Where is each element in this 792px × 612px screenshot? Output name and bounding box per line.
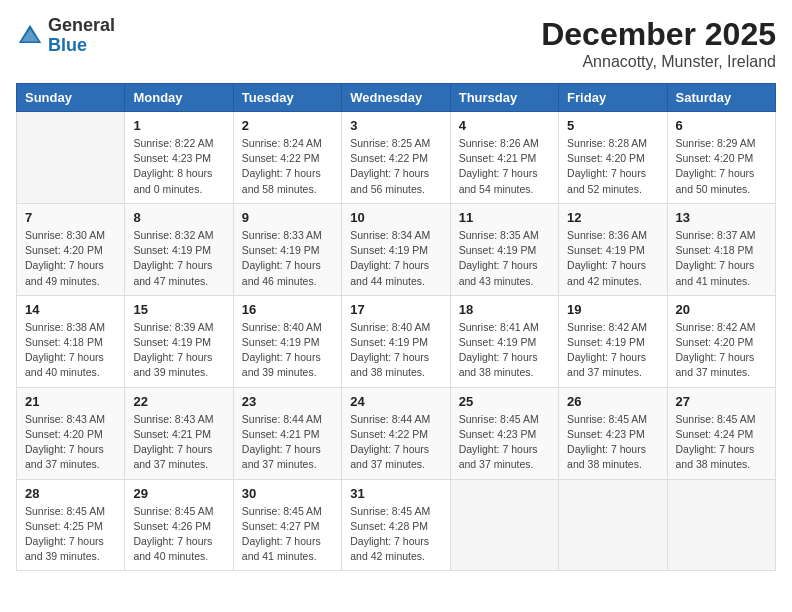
day-number: 29 xyxy=(133,486,224,501)
day-number: 24 xyxy=(350,394,441,409)
calendar-cell: 5Sunrise: 8:28 AMSunset: 4:20 PMDaylight… xyxy=(559,112,667,204)
calendar-cell: 16Sunrise: 8:40 AMSunset: 4:19 PMDayligh… xyxy=(233,295,341,387)
calendar-week-row: 7Sunrise: 8:30 AMSunset: 4:20 PMDaylight… xyxy=(17,203,776,295)
calendar-cell: 14Sunrise: 8:38 AMSunset: 4:18 PMDayligh… xyxy=(17,295,125,387)
page-header: General Blue December 2025 Annacotty, Mu… xyxy=(16,16,776,71)
day-info: Sunrise: 8:40 AMSunset: 4:19 PMDaylight:… xyxy=(242,320,333,381)
calendar-cell: 11Sunrise: 8:35 AMSunset: 4:19 PMDayligh… xyxy=(450,203,558,295)
calendar-cell xyxy=(667,479,775,571)
calendar-cell: 1Sunrise: 8:22 AMSunset: 4:23 PMDaylight… xyxy=(125,112,233,204)
day-info: Sunrise: 8:40 AMSunset: 4:19 PMDaylight:… xyxy=(350,320,441,381)
day-number: 7 xyxy=(25,210,116,225)
calendar-cell: 22Sunrise: 8:43 AMSunset: 4:21 PMDayligh… xyxy=(125,387,233,479)
day-number: 9 xyxy=(242,210,333,225)
day-info: Sunrise: 8:37 AMSunset: 4:18 PMDaylight:… xyxy=(676,228,767,289)
calendar-cell: 19Sunrise: 8:42 AMSunset: 4:19 PMDayligh… xyxy=(559,295,667,387)
page-title: December 2025 xyxy=(541,16,776,53)
day-number: 10 xyxy=(350,210,441,225)
day-info: Sunrise: 8:42 AMSunset: 4:19 PMDaylight:… xyxy=(567,320,658,381)
day-number: 20 xyxy=(676,302,767,317)
day-info: Sunrise: 8:45 AMSunset: 4:26 PMDaylight:… xyxy=(133,504,224,565)
calendar-cell: 10Sunrise: 8:34 AMSunset: 4:19 PMDayligh… xyxy=(342,203,450,295)
calendar-cell: 4Sunrise: 8:26 AMSunset: 4:21 PMDaylight… xyxy=(450,112,558,204)
weekday-header: Tuesday xyxy=(233,84,341,112)
day-info: Sunrise: 8:42 AMSunset: 4:20 PMDaylight:… xyxy=(676,320,767,381)
day-number: 27 xyxy=(676,394,767,409)
day-info: Sunrise: 8:45 AMSunset: 4:27 PMDaylight:… xyxy=(242,504,333,565)
calendar-cell: 31Sunrise: 8:45 AMSunset: 4:28 PMDayligh… xyxy=(342,479,450,571)
weekday-header: Sunday xyxy=(17,84,125,112)
day-info: Sunrise: 8:43 AMSunset: 4:21 PMDaylight:… xyxy=(133,412,224,473)
calendar-cell: 27Sunrise: 8:45 AMSunset: 4:24 PMDayligh… xyxy=(667,387,775,479)
day-info: Sunrise: 8:45 AMSunset: 4:28 PMDaylight:… xyxy=(350,504,441,565)
day-info: Sunrise: 8:39 AMSunset: 4:19 PMDaylight:… xyxy=(133,320,224,381)
day-info: Sunrise: 8:44 AMSunset: 4:21 PMDaylight:… xyxy=(242,412,333,473)
day-number: 28 xyxy=(25,486,116,501)
calendar-cell: 6Sunrise: 8:29 AMSunset: 4:20 PMDaylight… xyxy=(667,112,775,204)
day-info: Sunrise: 8:26 AMSunset: 4:21 PMDaylight:… xyxy=(459,136,550,197)
calendar-cell: 26Sunrise: 8:45 AMSunset: 4:23 PMDayligh… xyxy=(559,387,667,479)
day-number: 13 xyxy=(676,210,767,225)
day-number: 23 xyxy=(242,394,333,409)
weekday-header: Saturday xyxy=(667,84,775,112)
calendar-cell: 13Sunrise: 8:37 AMSunset: 4:18 PMDayligh… xyxy=(667,203,775,295)
day-info: Sunrise: 8:36 AMSunset: 4:19 PMDaylight:… xyxy=(567,228,658,289)
weekday-header: Friday xyxy=(559,84,667,112)
calendar-cell: 24Sunrise: 8:44 AMSunset: 4:22 PMDayligh… xyxy=(342,387,450,479)
day-info: Sunrise: 8:45 AMSunset: 4:23 PMDaylight:… xyxy=(459,412,550,473)
calendar-week-row: 1Sunrise: 8:22 AMSunset: 4:23 PMDaylight… xyxy=(17,112,776,204)
day-number: 19 xyxy=(567,302,658,317)
weekday-header: Wednesday xyxy=(342,84,450,112)
weekday-header: Thursday xyxy=(450,84,558,112)
day-info: Sunrise: 8:24 AMSunset: 4:22 PMDaylight:… xyxy=(242,136,333,197)
day-number: 17 xyxy=(350,302,441,317)
day-number: 15 xyxy=(133,302,224,317)
calendar-cell: 7Sunrise: 8:30 AMSunset: 4:20 PMDaylight… xyxy=(17,203,125,295)
day-number: 14 xyxy=(25,302,116,317)
calendar-cell xyxy=(17,112,125,204)
day-number: 1 xyxy=(133,118,224,133)
logo-general: General xyxy=(48,15,115,35)
calendar-cell: 20Sunrise: 8:42 AMSunset: 4:20 PMDayligh… xyxy=(667,295,775,387)
logo: General Blue xyxy=(16,16,115,56)
day-info: Sunrise: 8:44 AMSunset: 4:22 PMDaylight:… xyxy=(350,412,441,473)
day-info: Sunrise: 8:45 AMSunset: 4:25 PMDaylight:… xyxy=(25,504,116,565)
day-info: Sunrise: 8:43 AMSunset: 4:20 PMDaylight:… xyxy=(25,412,116,473)
calendar-cell: 3Sunrise: 8:25 AMSunset: 4:22 PMDaylight… xyxy=(342,112,450,204)
day-number: 22 xyxy=(133,394,224,409)
day-number: 18 xyxy=(459,302,550,317)
day-info: Sunrise: 8:38 AMSunset: 4:18 PMDaylight:… xyxy=(25,320,116,381)
day-number: 6 xyxy=(676,118,767,133)
day-number: 16 xyxy=(242,302,333,317)
calendar-cell: 28Sunrise: 8:45 AMSunset: 4:25 PMDayligh… xyxy=(17,479,125,571)
calendar-cell: 2Sunrise: 8:24 AMSunset: 4:22 PMDaylight… xyxy=(233,112,341,204)
calendar-cell: 17Sunrise: 8:40 AMSunset: 4:19 PMDayligh… xyxy=(342,295,450,387)
calendar-table: SundayMondayTuesdayWednesdayThursdayFrid… xyxy=(16,83,776,571)
day-number: 12 xyxy=(567,210,658,225)
calendar-cell xyxy=(559,479,667,571)
calendar-header-row: SundayMondayTuesdayWednesdayThursdayFrid… xyxy=(17,84,776,112)
day-number: 30 xyxy=(242,486,333,501)
day-info: Sunrise: 8:28 AMSunset: 4:20 PMDaylight:… xyxy=(567,136,658,197)
day-number: 21 xyxy=(25,394,116,409)
day-info: Sunrise: 8:45 AMSunset: 4:23 PMDaylight:… xyxy=(567,412,658,473)
logo-blue: Blue xyxy=(48,35,87,55)
day-number: 26 xyxy=(567,394,658,409)
day-info: Sunrise: 8:22 AMSunset: 4:23 PMDaylight:… xyxy=(133,136,224,197)
calendar-cell: 15Sunrise: 8:39 AMSunset: 4:19 PMDayligh… xyxy=(125,295,233,387)
calendar-cell: 12Sunrise: 8:36 AMSunset: 4:19 PMDayligh… xyxy=(559,203,667,295)
day-number: 5 xyxy=(567,118,658,133)
calendar-cell: 21Sunrise: 8:43 AMSunset: 4:20 PMDayligh… xyxy=(17,387,125,479)
title-block: December 2025 Annacotty, Munster, Irelan… xyxy=(541,16,776,71)
day-info: Sunrise: 8:32 AMSunset: 4:19 PMDaylight:… xyxy=(133,228,224,289)
day-number: 25 xyxy=(459,394,550,409)
day-info: Sunrise: 8:34 AMSunset: 4:19 PMDaylight:… xyxy=(350,228,441,289)
day-number: 11 xyxy=(459,210,550,225)
day-info: Sunrise: 8:29 AMSunset: 4:20 PMDaylight:… xyxy=(676,136,767,197)
day-number: 4 xyxy=(459,118,550,133)
day-info: Sunrise: 8:35 AMSunset: 4:19 PMDaylight:… xyxy=(459,228,550,289)
day-info: Sunrise: 8:30 AMSunset: 4:20 PMDaylight:… xyxy=(25,228,116,289)
calendar-cell: 8Sunrise: 8:32 AMSunset: 4:19 PMDaylight… xyxy=(125,203,233,295)
page-subtitle: Annacotty, Munster, Ireland xyxy=(541,53,776,71)
day-info: Sunrise: 8:33 AMSunset: 4:19 PMDaylight:… xyxy=(242,228,333,289)
